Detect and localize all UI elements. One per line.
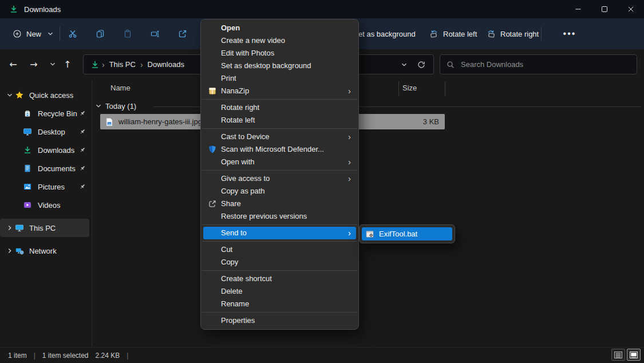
status-divider: | xyxy=(127,352,128,360)
share-menu-icon xyxy=(208,199,217,208)
copy-icon xyxy=(96,29,105,38)
thumbnail-view-icon xyxy=(629,350,638,360)
breadcrumb-downloads[interactable]: Downloads xyxy=(145,60,187,69)
column-separator[interactable] xyxy=(445,81,445,96)
set-as-background-button[interactable]: et as background xyxy=(354,23,420,44)
more-icon: ••• xyxy=(563,29,576,39)
close-button[interactable] xyxy=(618,0,644,18)
menu-separator xyxy=(202,128,357,129)
up-button[interactable]: ↑ xyxy=(59,56,76,72)
menu-item-create-a-new-video[interactable]: Create a new video xyxy=(203,34,356,47)
context-menu: OpenCreate a new videoEdit with PhotosSe… xyxy=(200,19,359,330)
sidebar-item-documents[interactable]: Documents xyxy=(0,159,92,177)
chevron-down-icon[interactable] xyxy=(5,90,15,100)
cut-button[interactable] xyxy=(61,23,84,44)
breadcrumb-this-pc[interactable]: This PC xyxy=(107,60,138,69)
pictures-icon xyxy=(23,182,32,191)
chevron-right-icon[interactable] xyxy=(5,246,15,255)
sidebar-item-label: Pictures xyxy=(38,183,65,191)
selection-size: 2.24 KB xyxy=(96,352,120,360)
menu-item-rotate-left[interactable]: Rotate left xyxy=(203,114,356,127)
thumbnail-view-button[interactable] xyxy=(627,349,641,361)
rotate-left-button[interactable]: Rotate left xyxy=(425,23,481,44)
back-button[interactable]: ← xyxy=(5,56,22,72)
menu-item-share[interactable]: Share xyxy=(203,198,356,210)
column-separator[interactable] xyxy=(398,81,399,96)
file-name: william-henry-gates-iii.jpg xyxy=(118,117,202,126)
menu-item-copy[interactable]: Copy xyxy=(203,256,356,269)
menu-item-label: Cut xyxy=(221,245,232,254)
submenu-arrow-icon: › xyxy=(348,85,351,97)
view-switcher xyxy=(611,349,641,361)
column-header-size[interactable]: Size xyxy=(402,84,417,92)
sidebar-item-label: Downloads xyxy=(38,146,74,155)
menu-item-edit-with-photos[interactable]: Edit with Photos xyxy=(203,47,356,60)
menu-item-restore-previous-versions[interactable]: Restore previous versions xyxy=(203,210,356,223)
menu-item-delete[interactable]: Delete xyxy=(203,285,356,298)
downloads-icon xyxy=(23,145,32,155)
menu-separator xyxy=(202,99,357,100)
menu-item-label: Open xyxy=(221,23,240,32)
refresh-button[interactable] xyxy=(413,57,430,73)
menu-item-open[interactable]: Open xyxy=(203,22,356,34)
menu-item-give-access-to[interactable]: Give access to› xyxy=(203,172,356,185)
column-header-name[interactable]: Name xyxy=(110,84,131,92)
menu-item-cut[interactable]: Cut xyxy=(203,243,356,256)
pin-icon xyxy=(79,128,86,135)
sidebar-item-videos[interactable]: Videos xyxy=(0,196,92,214)
search-input[interactable] xyxy=(461,60,631,69)
maximize-button[interactable] xyxy=(591,0,618,18)
copy-button[interactable] xyxy=(89,23,112,44)
rename-button[interactable] xyxy=(144,23,167,44)
chevron-right-icon[interactable] xyxy=(5,223,15,232)
menu-item-copy-as-path[interactable]: Copy as path xyxy=(203,185,356,198)
menu-item-label: Copy xyxy=(221,258,238,266)
menu-item-rotate-right[interactable]: Rotate right xyxy=(203,101,356,114)
submenu-item-exiftool-bat[interactable]: ExifTool.bat xyxy=(362,227,452,240)
sidebar-item-desktop[interactable]: Desktop xyxy=(0,123,92,141)
menu-item-label: Set as desktop background xyxy=(221,61,311,70)
submenu-arrow-icon: › xyxy=(348,156,351,168)
sidebar-item-quick-access[interactable]: Quick access xyxy=(0,86,92,104)
rotate-left-label: Rotate left xyxy=(443,30,477,38)
menu-item-scan-with-microsoft-defender[interactable]: Scan with Microsoft Defender... xyxy=(203,143,356,156)
downloads-icon xyxy=(90,60,100,69)
this-pc-icon xyxy=(15,223,24,232)
group-header-today[interactable]: Today (1) xyxy=(94,100,136,112)
menu-item-properties[interactable]: Properties xyxy=(203,314,356,327)
menu-item-rename[interactable]: Rename xyxy=(203,298,356,310)
menu-item-open-with[interactable]: Open with› xyxy=(203,156,356,168)
window-controls xyxy=(565,0,644,18)
sidebar-item-label: This PC xyxy=(29,224,56,232)
sidebar-item-network[interactable]: Network xyxy=(0,242,92,260)
submenu-arrow-icon: › xyxy=(348,131,351,143)
forward-button[interactable]: → xyxy=(25,56,42,72)
submenu-arrow-icon: › xyxy=(348,172,351,185)
menu-item-create-shortcut[interactable]: Create shortcut xyxy=(203,273,356,285)
sidebar-item-pictures[interactable]: Pictures xyxy=(0,177,92,196)
share-icon xyxy=(178,29,187,38)
sidebar-item-recycle-bin[interactable]: Recycle Bin xyxy=(0,104,92,123)
menu-item-cast-to-device[interactable]: Cast to Device› xyxy=(203,131,356,143)
menu-item-label: Rotate right xyxy=(221,103,259,112)
sidebar-item-downloads[interactable]: Downloads xyxy=(0,141,92,159)
menu-separator xyxy=(202,241,357,242)
menu-item-set-as-desktop-background[interactable]: Set as desktop background xyxy=(203,60,356,72)
details-view-button[interactable] xyxy=(611,349,625,361)
menu-item-label: Scan with Microsoft Defender... xyxy=(221,145,324,153)
sidebar-item-this-pc[interactable]: This PC xyxy=(0,219,89,237)
share-button[interactable] xyxy=(171,23,194,44)
rotate-right-button[interactable]: Rotate right xyxy=(482,23,543,44)
sidebar-divider[interactable] xyxy=(92,80,92,347)
more-options-button[interactable]: ••• xyxy=(558,23,581,44)
menu-item-nanazip[interactable]: NanaZip› xyxy=(203,85,356,97)
rotate-left-icon xyxy=(429,29,438,38)
menu-item-print[interactable]: Print xyxy=(203,72,356,85)
submenu-arrow-icon: › xyxy=(348,227,351,239)
paste-button[interactable] xyxy=(116,23,139,44)
new-button-label: New xyxy=(26,30,41,38)
new-button[interactable]: New xyxy=(8,23,60,44)
address-dropdown-button[interactable] xyxy=(396,57,413,73)
menu-item-send-to[interactable]: Send to› xyxy=(203,227,356,239)
minimize-button[interactable] xyxy=(565,0,591,18)
